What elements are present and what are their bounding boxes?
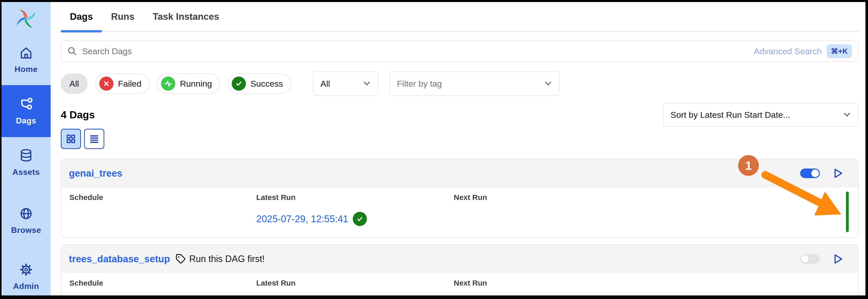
sidebar-nav: Home Dags Assets [2, 40, 51, 295]
latest-run-label: Latest Run [256, 279, 454, 287]
grid-view-icon [66, 133, 76, 144]
success-icon [232, 77, 246, 91]
trigger-dag-button[interactable] [833, 253, 844, 265]
sidebar-item-label: Admin [13, 281, 39, 291]
state-chip-failed[interactable]: Failed [95, 73, 150, 94]
schedule-label: Schedule [69, 279, 256, 287]
next-run-label: Next Run [454, 279, 850, 287]
tab-label: Runs [111, 11, 134, 22]
play-icon [833, 168, 843, 179]
state-chip-running[interactable]: Running [157, 73, 220, 94]
sidebar-item-label: Home [15, 65, 38, 74]
tab-dags[interactable]: Dags [61, 2, 102, 31]
tab-runs[interactable]: Runs [102, 2, 144, 31]
sidebar-item-dags[interactable]: Dags [2, 85, 51, 137]
run-success-icon [353, 212, 367, 226]
chip-label: All [69, 79, 79, 89]
tag-filter-select[interactable]: Filter by tag [390, 71, 560, 96]
trigger-dag-button[interactable] [833, 167, 844, 179]
card-view-button[interactable] [61, 129, 81, 149]
home-icon [18, 45, 34, 61]
dag-tag: Run this DAG first! [176, 253, 265, 264]
tab-label: Dags [70, 11, 93, 22]
filter-row: All Failed Running [61, 71, 858, 96]
dag-pause-toggle[interactable] [800, 254, 820, 264]
airflow-logo [14, 8, 38, 29]
toggle-knob [801, 255, 809, 263]
chevron-down-icon [545, 81, 552, 86]
list-header: 4 Dags Sort by Latest Run Start Date... [61, 103, 858, 127]
highlight-bar [846, 191, 849, 232]
state-chip-success[interactable]: Success [228, 73, 291, 94]
tag-icon [176, 253, 186, 264]
globe-icon [18, 206, 34, 221]
sidebar-item-assets[interactable]: Assets [2, 143, 51, 181]
dag-card-genai-trees: genai_trees Schedule La [61, 159, 858, 238]
main-content: Dags Runs Task Instances Advanced Search… [51, 2, 865, 295]
dag-card-header: trees_database_setup Run this DAG first! [61, 245, 858, 273]
sidebar: Home Dags Assets [2, 2, 51, 295]
table-view-button[interactable] [84, 129, 104, 149]
dag-card-body: Schedule Latest Run 2025-07-29, 12:55:41 [61, 187, 858, 237]
dag-name-link[interactable]: trees_database_setup [69, 253, 170, 265]
list-view-icon [89, 133, 99, 144]
sort-select-value: Sort by Latest Run Start Date... [671, 110, 790, 120]
failed-icon [99, 77, 114, 91]
running-icon [161, 77, 175, 91]
state-select[interactable]: All [313, 71, 378, 96]
sidebar-item-browse[interactable]: Browse [2, 201, 51, 239]
chevron-down-icon [843, 112, 851, 117]
sidebar-item-label: Dags [16, 116, 36, 125]
sidebar-item-home[interactable]: Home [2, 40, 51, 79]
top-tabs: Dags Runs Task Instances [61, 2, 858, 32]
sort-select[interactable]: Sort by Latest Run Start Date... [663, 103, 858, 127]
dag-card-controls [800, 253, 850, 265]
dag-card-trees-database-setup: trees_database_setup Run this DAG first! [61, 244, 858, 295]
tag-filter-placeholder: Filter by tag [397, 79, 442, 89]
latest-run-value: 2025-07-29, 12:55:41 [256, 212, 454, 226]
sidebar-item-label: Assets [12, 168, 40, 177]
chip-label: Failed [118, 79, 142, 89]
search-bar: Advanced Search ⌘+K [61, 40, 858, 62]
latest-run-label: Latest Run [256, 193, 454, 202]
dag-pause-toggle[interactable] [800, 169, 820, 178]
next-run-label: Next Run [454, 193, 850, 202]
tab-task-instances[interactable]: Task Instances [144, 2, 228, 31]
dag-count: 4 Dags [61, 109, 95, 121]
search-input[interactable] [82, 47, 749, 56]
gear-icon [18, 262, 34, 277]
dag-card-body: Schedule Latest Run Next Run [61, 273, 858, 295]
dag-card-controls [800, 167, 850, 179]
state-chip-all[interactable]: All [61, 73, 88, 94]
advanced-search-link[interactable]: Advanced Search [754, 47, 822, 56]
chip-label: Success [250, 79, 283, 89]
toggle-knob [811, 170, 819, 177]
latest-run-link[interactable]: 2025-07-29, 12:55:41 [256, 214, 348, 225]
database-icon [18, 148, 34, 163]
dag-tag-label: Run this DAG first! [189, 253, 265, 264]
tab-label: Task Instances [153, 11, 219, 22]
play-icon [833, 253, 843, 265]
search-icon [67, 47, 77, 56]
dag-icon [18, 96, 34, 112]
shortcut-badge: ⌘+K [827, 44, 852, 58]
state-select-value: All [320, 79, 330, 89]
sidebar-item-label: Browse [11, 226, 41, 235]
chevron-down-icon [363, 81, 371, 86]
dag-name-link[interactable]: genai_trees [69, 168, 122, 179]
chip-label: Running [180, 79, 212, 89]
view-toggle-group [61, 129, 858, 149]
annotation-step-badge: 1 [738, 155, 759, 176]
sidebar-item-admin[interactable]: Admin [2, 257, 51, 295]
schedule-label: Schedule [69, 193, 256, 202]
app-window: Home Dags Assets [2, 2, 865, 295]
